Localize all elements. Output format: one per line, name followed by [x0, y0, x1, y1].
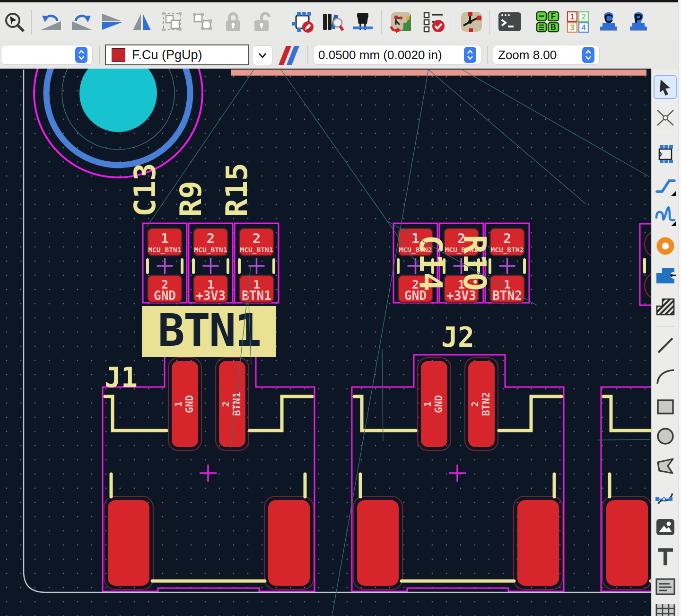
silkscreen-tick — [397, 258, 400, 274]
draw-circle-tool-button[interactable] — [654, 424, 677, 448]
drc-button[interactable] — [420, 5, 447, 38]
tune-length-tool-button[interactable] — [654, 203, 677, 227]
track-width-select[interactable]: 0.0500 mm (0.0020 in) — [313, 45, 481, 65]
route-tracks-tool-button[interactable] — [654, 173, 677, 196]
grid-select[interactable] — [1, 45, 93, 65]
via-icon — [655, 236, 676, 256]
sequence-numbers-button[interactable]: 1 2 3 4 — [564, 5, 592, 38]
add-table-tool-button[interactable] — [654, 604, 677, 616]
svg-text:2: 2 — [581, 12, 585, 21]
footprint-properties-button[interactable] — [349, 5, 376, 38]
add-image-tool-button[interactable] — [654, 515, 677, 539]
select-tool-button[interactable] — [654, 75, 677, 99]
draw-arc-tool-button[interactable] — [654, 364, 677, 387]
layer-pair-indicator[interactable] — [277, 45, 301, 68]
smd-pad[interactable] — [606, 500, 648, 586]
pcb-canvas[interactable]: 1MCU_BTN12GND2MCU_BTN11+3V32MCU_BTN11BTN… — [0, 69, 651, 616]
stamp-c-button[interactable]: C — [595, 5, 622, 38]
add-footprint-tool-button[interactable] — [654, 142, 677, 166]
text-icon — [656, 546, 675, 566]
stepper-icon[interactable] — [464, 47, 476, 63]
toolbar-separator — [655, 326, 674, 326]
ungroup-button[interactable] — [189, 5, 216, 38]
reference-designator[interactable]: J1 — [105, 361, 138, 394]
svg-text:F: F — [551, 12, 556, 20]
redo-icon — [70, 12, 93, 32]
reference-designator[interactable]: R15 — [219, 163, 254, 217]
footprint-library-button[interactable] — [319, 5, 346, 38]
toolbar-separator — [283, 10, 283, 35]
zoom-select[interactable]: Zoom 8.00 — [493, 45, 600, 65]
toolbar-separator — [31, 10, 32, 35]
unlock-icon — [252, 11, 273, 33]
rectangle-icon — [655, 397, 676, 416]
svg-text:P: P — [634, 11, 642, 26]
track-width-value: 0.0500 mm (0.0020 in) — [318, 48, 442, 62]
stamp-p-button[interactable]: P — [625, 5, 652, 38]
reference-designator[interactable]: R9 — [174, 181, 208, 217]
draw-polygon-tool-button[interactable] — [654, 455, 677, 478]
group-icon — [162, 11, 183, 32]
cursor-icon — [657, 79, 673, 96]
smd-pad[interactable] — [517, 500, 559, 586]
zoom-to-selection-button[interactable] — [0, 5, 28, 38]
chevron-down-icon — [256, 51, 269, 60]
redo-button[interactable] — [68, 5, 96, 38]
footprint-icon — [655, 144, 676, 164]
silkscreen-tick — [272, 258, 275, 274]
layer-color-swatch — [112, 48, 125, 62]
add-text-tool-button[interactable] — [654, 545, 677, 568]
lock-button[interactable] — [219, 5, 247, 38]
footprint-editor-button[interactable] — [289, 5, 316, 38]
submenu-triangle — [671, 221, 676, 226]
textbox-icon — [655, 577, 676, 596]
toolbar-separator — [489, 10, 490, 35]
scripting-console-button[interactable] — [496, 5, 524, 38]
toolbar-separator — [99, 46, 100, 64]
draw-rectangle-tool-button[interactable] — [654, 395, 677, 419]
stepper-icon[interactable] — [75, 47, 87, 63]
layer-manager-button[interactable]: F B — [534, 5, 561, 38]
add-rule-area-tool-button[interactable] — [654, 295, 677, 318]
svg-text:3: 3 — [570, 23, 574, 32]
pad-number: 2 — [253, 230, 261, 246]
footprint-editor-icon — [291, 10, 314, 33]
toolbar-separator — [487, 46, 488, 64]
draw-line-tool-button[interactable] — [654, 334, 677, 357]
smd-pad[interactable] — [268, 500, 310, 586]
undo-button[interactable] — [37, 5, 65, 38]
selected-silk-label-text[interactable]: BTN1 — [158, 304, 261, 356]
stepper-icon[interactable] — [582, 47, 594, 63]
update-pcb-button[interactable] — [387, 5, 415, 38]
draw-bezier-tool-button[interactable] — [654, 485, 677, 509]
layer-dropdown-button[interactable] — [252, 45, 273, 65]
routing-net-icon — [460, 10, 483, 33]
silkscreen-tick — [238, 258, 241, 274]
unlock-button[interactable] — [249, 5, 276, 38]
stamp-c-icon: C — [597, 10, 620, 33]
smd-pad[interactable] — [357, 500, 399, 586]
toolbar-separator — [655, 135, 674, 135]
mirror-vertical-button[interactable] — [98, 5, 126, 38]
add-textbox-tool-button[interactable] — [654, 575, 677, 598]
local-ratsnest-tool-button[interactable] — [654, 106, 677, 129]
toolbar-separator — [307, 46, 308, 64]
mirror-vertical-icon — [101, 12, 123, 31]
add-filled-zone-tool-button[interactable] — [654, 264, 677, 287]
smd-pad[interactable] — [108, 500, 149, 586]
reference-designator[interactable]: C13 — [128, 163, 162, 217]
top-toolbar: F B 1 2 3 4 C P — [0, 2, 681, 41]
pad-net-label: GND — [154, 289, 176, 303]
group-button[interactable] — [159, 5, 186, 38]
window-right-strip — [678, 0, 681, 616]
reference-designator[interactable]: C14 — [412, 235, 449, 291]
reference-designator[interactable]: J2 — [441, 321, 474, 353]
mirror-horizontal-button[interactable] — [128, 5, 156, 38]
silkscreen-tick — [181, 258, 183, 274]
add-via-tool-button[interactable] — [654, 234, 677, 258]
pad-number: 2 — [207, 230, 215, 246]
layer-selector[interactable]: F.Cu (PgUp) — [105, 44, 249, 65]
circle-icon — [655, 426, 676, 447]
pad-number: 1 — [161, 230, 169, 246]
net-inspector-button[interactable] — [458, 5, 485, 38]
